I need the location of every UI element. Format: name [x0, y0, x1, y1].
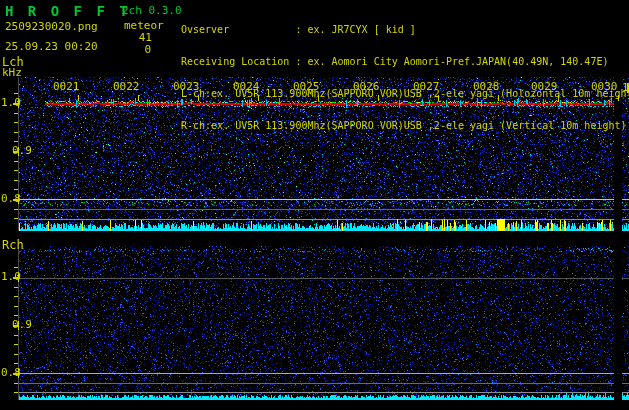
rch-freq-0-9: 0.9 [12, 319, 32, 330]
time-label-0028: 0028 [473, 81, 500, 92]
time-label-0025: 0025 [293, 81, 320, 92]
station-info-block: Ovserver : ex. JR7CYX [ kid ] Receiving … [181, 5, 629, 153]
rch-freq-1-0: 1.0 [1, 271, 21, 282]
meteor-count-lch: 41 [120, 32, 152, 43]
rch-panel-label: Rch [2, 239, 24, 251]
time-label-0026: 0026 [353, 81, 380, 92]
lch-freq-0-8: 0.8 [1, 193, 21, 204]
datetime-label: 25.09.23 00:20 [5, 41, 98, 52]
time-label-0030: 0030 [591, 81, 618, 92]
time-label-0024: 0024 [233, 81, 260, 92]
output-filename: 2509230020.png [5, 21, 98, 32]
mode-label: meteor [124, 20, 164, 31]
meteor-count-rch: 0 [119, 44, 151, 55]
time-label-0021: 0021 [53, 81, 80, 92]
rch-freq-0-8: 0.8 [1, 367, 21, 378]
observer-line: Ovserver : ex. JR7CYX [ kid ] [181, 25, 629, 37]
app-title: H R O F F T [5, 4, 131, 18]
rch-rig-line: R-ch:ex. UV5R 113.900Mhz(SAPPORO VOR)USB… [181, 121, 629, 133]
khz-unit-label: kHz [2, 67, 22, 78]
version-label: 2ch 0.3.0 [122, 5, 182, 16]
time-label-0022: 0022 [113, 81, 140, 92]
lch-freq-1-0: 1.0 [1, 97, 21, 108]
time-label-0029: 0029 [531, 81, 558, 92]
rch-spectrogram-panel [19, 246, 613, 400]
lch-freq-0-9: 0.9 [12, 145, 32, 156]
time-label-0027: 0027 [413, 81, 440, 92]
hrofft-window: H R O F F T 2ch 0.3.0 2509230020.png met… [0, 0, 629, 410]
time-label-0023: 0023 [173, 81, 200, 92]
location-line: Receiving Location : ex. Aomori City Aom… [181, 57, 629, 69]
